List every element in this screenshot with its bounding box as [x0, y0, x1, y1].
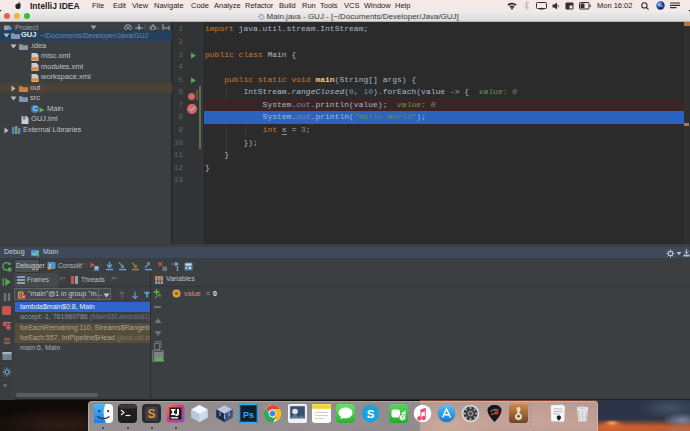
svg-text:C: C — [33, 106, 38, 113]
svg-text:Ps: Ps — [243, 410, 254, 420]
svg-text:S: S — [366, 408, 374, 420]
svg-text:S: S — [147, 407, 155, 421]
